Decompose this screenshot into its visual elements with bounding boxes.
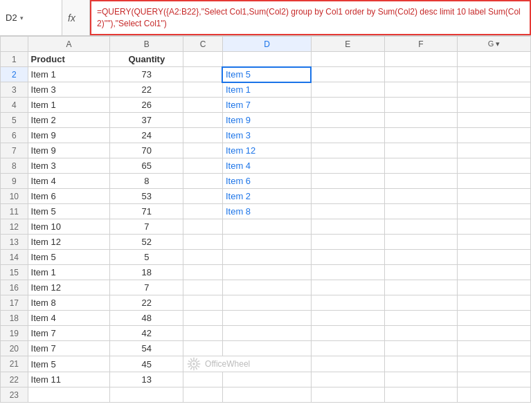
cell-d-17[interactable]	[222, 295, 311, 311]
cell-e-6[interactable]	[311, 128, 384, 143]
cell-d-16[interactable]	[222, 280, 311, 295]
cell-d-23[interactable]	[222, 387, 311, 403]
cell-a-16[interactable]: Item 12	[28, 280, 110, 295]
col-header-a[interactable]: A	[28, 37, 110, 52]
cell-g-21[interactable]	[458, 356, 531, 372]
cell-d-10[interactable]: Item 2	[222, 189, 311, 204]
cell-c-10[interactable]	[183, 189, 223, 204]
cell-g-3[interactable]	[458, 82, 531, 98]
cell-d-11[interactable]: Item 8	[222, 204, 311, 219]
cell-e-21[interactable]	[311, 356, 384, 372]
cell-g-19[interactable]	[458, 326, 531, 341]
cell-g-9[interactable]	[458, 174, 531, 189]
cell-a-5[interactable]: Item 2	[28, 113, 110, 128]
cell-a-3[interactable]: Item 3	[28, 82, 110, 98]
cell-a-20[interactable]: Item 7	[28, 341, 110, 356]
cell-e-2[interactable]	[311, 67, 384, 82]
cell-g-13[interactable]	[458, 235, 531, 250]
cell-c-19[interactable]	[183, 326, 223, 341]
cell-b-19[interactable]: 42	[110, 326, 183, 341]
cell-g-5[interactable]	[458, 113, 531, 128]
cell-c-6[interactable]	[183, 128, 223, 143]
cell-f-20[interactable]	[384, 341, 458, 356]
cell-b-22[interactable]: 13	[110, 372, 183, 387]
cell-e-5[interactable]	[311, 113, 384, 128]
cell-c-1[interactable]	[183, 52, 223, 67]
cell-d-4[interactable]: Item 7	[222, 98, 311, 113]
cell-b-14[interactable]: 5	[110, 250, 183, 265]
cell-b-5[interactable]: 37	[110, 113, 183, 128]
cell-a-21[interactable]: Item 5	[28, 356, 110, 372]
cell-d-2[interactable]: Item 5	[222, 67, 311, 82]
cell-b-2[interactable]: 73	[110, 67, 183, 82]
cell-e-3[interactable]	[311, 82, 384, 98]
cell-d-19[interactable]	[222, 326, 311, 341]
cell-c-4[interactable]	[183, 98, 223, 113]
cell-b-7[interactable]: 70	[110, 143, 183, 158]
cell-a-18[interactable]: Item 4	[28, 311, 110, 326]
cell-c-3[interactable]	[183, 82, 223, 98]
cell-d-9[interactable]: Item 6	[222, 174, 311, 189]
cell-e-16[interactable]	[311, 280, 384, 295]
cell-f-6[interactable]	[384, 128, 458, 143]
cell-d-8[interactable]: Item 4	[222, 158, 311, 174]
cell-f-10[interactable]	[384, 189, 458, 204]
cell-c-13[interactable]	[183, 235, 223, 250]
cell-e-9[interactable]	[311, 174, 384, 189]
cell-c-12[interactable]	[183, 219, 223, 235]
cell-g-15[interactable]	[458, 265, 531, 280]
cell-a-6[interactable]: Item 9	[28, 128, 110, 143]
cell-b-9[interactable]: 8	[110, 174, 183, 189]
cell-a-15[interactable]: Item 1	[28, 265, 110, 280]
cell-b-12[interactable]: 7	[110, 219, 183, 235]
cell-c-16[interactable]	[183, 280, 223, 295]
cell-a-1[interactable]: Product	[28, 52, 110, 67]
cell-a-13[interactable]: Item 12	[28, 235, 110, 250]
cell-c-11[interactable]	[183, 204, 223, 219]
cell-e-13[interactable]	[311, 235, 384, 250]
cell-b-1[interactable]: Quantity	[110, 52, 183, 67]
cell-c-2[interactable]	[183, 67, 223, 82]
cell-c-18[interactable]	[183, 311, 223, 326]
cell-e-15[interactable]	[311, 265, 384, 280]
cell-d-22[interactable]	[222, 372, 311, 387]
cell-g-7[interactable]	[458, 143, 531, 158]
cell-b-18[interactable]: 48	[110, 311, 183, 326]
cell-e-11[interactable]	[311, 204, 384, 219]
cell-b-8[interactable]: 65	[110, 158, 183, 174]
cell-d-1[interactable]	[222, 52, 311, 67]
cell-g-11[interactable]	[458, 204, 531, 219]
formula-input[interactable]: =QUERY(QUERY({A2:B22},"Select Col1,Sum(C…	[90, 0, 531, 35]
cell-g-4[interactable]	[458, 98, 531, 113]
cell-b-23[interactable]	[110, 387, 183, 403]
cell-b-3[interactable]: 22	[110, 82, 183, 98]
cell-b-17[interactable]: 22	[110, 295, 183, 311]
cell-f-18[interactable]	[384, 311, 458, 326]
cell-c-21[interactable]: OfficeWheel	[183, 356, 312, 372]
cell-e-22[interactable]	[311, 372, 384, 387]
cell-f-1[interactable]	[384, 52, 458, 67]
cell-f-22[interactable]	[384, 372, 458, 387]
cell-e-10[interactable]	[311, 189, 384, 204]
cell-c-15[interactable]	[183, 265, 223, 280]
cell-a-17[interactable]: Item 8	[28, 295, 110, 311]
cell-a-14[interactable]: Item 5	[28, 250, 110, 265]
cell-e-12[interactable]	[311, 219, 384, 235]
cell-g-16[interactable]	[458, 280, 531, 295]
cell-d-13[interactable]	[222, 235, 311, 250]
cell-b-4[interactable]: 26	[110, 98, 183, 113]
cell-f-8[interactable]	[384, 158, 458, 174]
cell-d-14[interactable]	[222, 250, 311, 265]
cell-a-12[interactable]: Item 10	[28, 219, 110, 235]
cell-a-8[interactable]: Item 3	[28, 158, 110, 174]
cell-f-21[interactable]	[384, 356, 458, 372]
cell-e-8[interactable]	[311, 158, 384, 174]
cell-b-13[interactable]: 52	[110, 235, 183, 250]
cell-d-15[interactable]	[222, 265, 311, 280]
cell-g-2[interactable]	[458, 67, 531, 82]
cell-f-23[interactable]	[384, 387, 458, 403]
col-header-g[interactable]: G ▾	[458, 37, 531, 52]
cell-d-20[interactable]	[222, 341, 311, 356]
cell-a-7[interactable]: Item 9	[28, 143, 110, 158]
cell-c-5[interactable]	[183, 113, 223, 128]
